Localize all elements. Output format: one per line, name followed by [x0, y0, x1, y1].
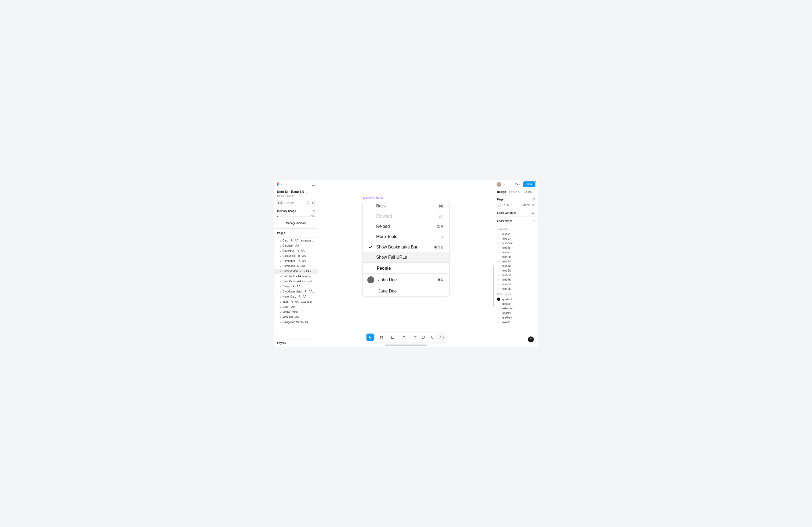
context-menu-frame[interactable]: Back⌘[Forward⌘]Reload⌘RMore Tools›Show B… [362, 201, 450, 297]
library-icon[interactable] [312, 201, 316, 205]
text-style-item[interactable]: ›text-8xl [494, 282, 538, 287]
page-item[interactable]: ↳Media Object - R [274, 310, 318, 315]
page-item[interactable]: ↳Context Menu - R - AA - except… [274, 269, 318, 274]
page-item[interactable]: ↳Navigation Menu - AA [274, 320, 318, 325]
style-label: text-4xl [503, 265, 511, 268]
horizontal-scrollbar[interactable] [385, 345, 427, 346]
page-item[interactable]: ↳Dropdown Menu - R - AA - exce… [274, 289, 318, 294]
text-tool[interactable] [412, 333, 419, 341]
menu-item[interactable]: Jane Doe [363, 286, 449, 296]
menu-item[interactable]: Back⌘[ [363, 201, 449, 211]
menu-item[interactable]: Show Full URLs [363, 252, 449, 262]
text-style-item[interactable]: ›text-2xl [494, 255, 538, 259]
color-style-item[interactable]: ›opacity [494, 311, 538, 315]
menu-item[interactable]: John Doe⌘K [363, 274, 449, 286]
color-style-item[interactable]: ›avatar [494, 320, 538, 325]
arrow-icon: ↳ [279, 306, 281, 308]
pen-tool-dropdown[interactable]: ⌄ [408, 336, 411, 338]
export-icon[interactable] [532, 198, 535, 201]
menu-item[interactable]: Show Bookmarks Bar⌘⇧B [363, 242, 449, 252]
rectangle-tool-dropdown[interactable]: ⌄ [397, 336, 400, 338]
page-item[interactable]: ↳Command - R - AA [274, 264, 318, 269]
page-item[interactable]: ↳Carousel - AA [274, 243, 318, 248]
share-button[interactable]: Share [523, 181, 535, 187]
search-icon[interactable] [306, 201, 310, 205]
file-title[interactable]: Solo UI - Base 1.0 [277, 190, 304, 194]
menu-item[interactable]: More Tools› [363, 231, 449, 242]
text-style-item[interactable]: ›text-xl [494, 250, 538, 255]
right-scrollbar[interactable] [493, 266, 494, 306]
local-styles-header: Local styles + [494, 217, 538, 225]
dev-mode-toggle[interactable] [438, 333, 446, 341]
page-item[interactable]: ↳Collapsible - R - AA [274, 253, 318, 258]
ai-tool[interactable] [428, 333, 435, 341]
chevron-down-icon[interactable]: ⌄ [306, 191, 308, 193]
move-tool[interactable] [366, 333, 374, 341]
tab-design[interactable]: Design [497, 191, 509, 194]
frame-tool-dropdown[interactable]: ⌄ [386, 336, 389, 338]
figma-main-menu[interactable]: ⌄ [277, 182, 282, 186]
color-style-item[interactable]: ›gradient [494, 315, 538, 320]
visibility-icon[interactable] [532, 203, 535, 207]
page-item[interactable]: ↳Label - AA [274, 304, 318, 310]
text-style-item[interactable]: ›text-4xl [494, 264, 538, 268]
text-style-item[interactable]: ›text-xs [494, 232, 538, 236]
text-style-item[interactable]: ›text-5xl [494, 268, 538, 273]
avatar[interactable] [496, 182, 501, 187]
present-button[interactable]: ⌄ [515, 183, 521, 186]
tab-assets[interactable]: Assets [285, 200, 296, 206]
color-style-item[interactable]: gradient [494, 297, 538, 302]
text-style-item[interactable]: ›text-9xl [494, 287, 538, 291]
move-tool-dropdown[interactable]: ⌄ [375, 336, 377, 338]
file-team[interactable]: Design System [277, 194, 315, 197]
help-button[interactable]: ? [528, 336, 534, 342]
page-item[interactable]: ↳Menubar - AA [274, 315, 318, 320]
caret-icon: › [498, 321, 500, 323]
add-style-button[interactable]: + [533, 219, 535, 223]
manage-memory-button[interactable]: Manage memory [277, 220, 315, 226]
layers-header[interactable]: Layers [274, 339, 318, 347]
text-style-item[interactable]: ›text-lg [494, 245, 538, 250]
color-style-item[interactable]: ›default [494, 302, 538, 306]
pages-list[interactable]: ↳Card - R - AA - except placehol…↳Carous… [274, 238, 318, 339]
page-item[interactable]: ↳Combobox - R - AA [274, 258, 318, 264]
check-icon [368, 245, 373, 249]
figma-logo-icon [277, 182, 279, 186]
tab-prototype[interactable]: Prototype [509, 191, 524, 194]
page-item[interactable]: ↳Dialog - R - AA [274, 284, 318, 289]
text-style-item[interactable]: ›text-base [494, 241, 538, 245]
page-item[interactable]: ↳Card - R - AA - except placehol… [274, 238, 318, 243]
settings-icon[interactable] [532, 211, 535, 214]
panel-toggle-icon[interactable] [312, 182, 316, 186]
page-background-color[interactable]: F4F5F7 100 % [497, 203, 535, 207]
menu-item[interactable]: Reload⌘R [363, 221, 449, 231]
add-page-button[interactable]: + [313, 231, 315, 235]
close-icon[interactable]: ✕ [312, 209, 315, 213]
text-style-item[interactable]: ›text-3xl [494, 259, 538, 264]
canvas[interactable]: Context Menu Back⌘[Forward⌘]Reload⌘RMore… [318, 180, 494, 347]
comment-tool[interactable] [420, 333, 427, 341]
tab-file[interactable]: File [277, 200, 284, 206]
color-style-item[interactable]: ›extended [494, 306, 538, 311]
arrow-icon: ↳ [279, 265, 281, 268]
rectangle-tool[interactable] [389, 333, 396, 341]
pen-tool[interactable] [400, 333, 408, 341]
local-variables-section[interactable]: Local variables [494, 209, 538, 217]
frame-tool[interactable] [378, 333, 385, 341]
page-item[interactable]: ↳Date Picker -AA - except disabl… [274, 279, 318, 284]
chevron-down-icon[interactable]: ⌄ [504, 183, 505, 185]
page-item[interactable]: ↳Input - R - AA - except placehol… [274, 299, 318, 304]
page-item[interactable]: ↳Date Table - AA - except placeh… [274, 274, 318, 279]
page-item[interactable]: ↳Hover Card - R - AA [274, 294, 318, 299]
text-style-item[interactable]: ›text-sm [494, 236, 538, 241]
menu-group-header: People [363, 263, 449, 273]
svg-point-3 [307, 201, 309, 204]
frame-label[interactable]: Context Menu [362, 197, 383, 200]
zoom-control[interactable]: 200% ⌄ [525, 191, 535, 194]
comment-icon [422, 335, 425, 339]
page-item-label: Media Object - R [282, 311, 303, 313]
page-item[interactable]: ↳Checkbox - R - AA [274, 248, 318, 253]
text-style-item[interactable]: ›text-6xl [494, 273, 538, 277]
text-style-item[interactable]: ›text-7xl [494, 277, 538, 282]
menu-item-label: John Doe [378, 277, 434, 282]
